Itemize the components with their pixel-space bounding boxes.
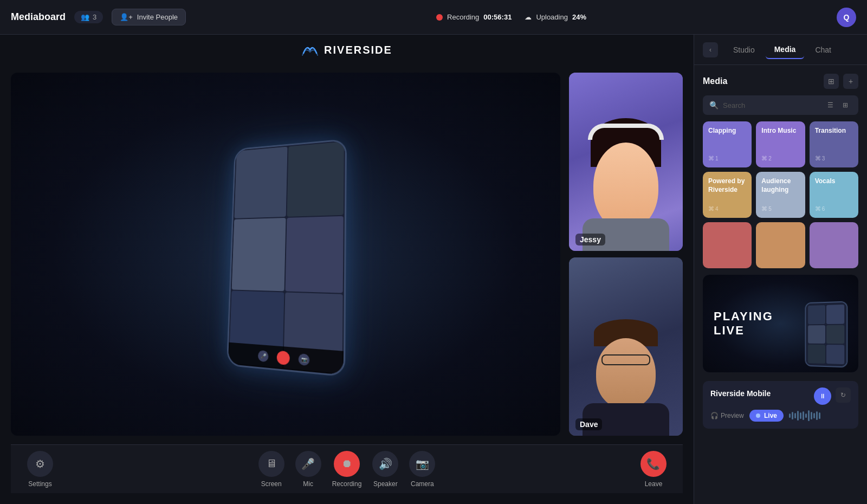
playing-live-text: PLAYINGLIVE bbox=[714, 309, 773, 338]
screen-icon: 🖥 bbox=[258, 451, 284, 477]
settings-button[interactable]: ⚙ Settings bbox=[27, 451, 53, 488]
speaker-label: Speaker bbox=[373, 480, 398, 488]
playing-live-phone bbox=[805, 301, 847, 368]
mic-button[interactable]: 🎤 Mic bbox=[295, 451, 321, 488]
phone-cell bbox=[287, 141, 344, 217]
participant-card-dave: Dave bbox=[569, 257, 683, 436]
riverside-logo: RIVERSIDE bbox=[301, 42, 392, 57]
uploading-percentage: 24% bbox=[572, 13, 586, 21]
leave-button[interactable]: 📞 Leave bbox=[640, 451, 667, 488]
audience-shortcut: ⌘5 bbox=[761, 205, 799, 212]
media-card-transition[interactable]: Transition ⌘3 bbox=[810, 121, 858, 167]
toolbar-left: ⚙ Settings bbox=[27, 451, 53, 488]
recording-button[interactable]: ⏺ Recording bbox=[332, 451, 362, 488]
audience-label: Audience laughing bbox=[761, 177, 799, 194]
media-view-buttons: ☰ ⊞ bbox=[824, 99, 852, 112]
sidebar-content: Media ⊞ + 🔍 ☰ ⊞ Clapping bbox=[694, 65, 867, 504]
phone-screen bbox=[228, 140, 345, 375]
waveform-bar bbox=[816, 411, 818, 420]
upload-indicator: ☁ Uploading 24% bbox=[525, 13, 586, 21]
pause-button[interactable]: ⏸ bbox=[814, 387, 831, 405]
participants-count: 3 bbox=[93, 13, 96, 21]
live-badge[interactable]: Live bbox=[749, 410, 784, 422]
jessy-head bbox=[593, 143, 658, 229]
grid-view-btn[interactable]: ⊞ bbox=[839, 99, 852, 112]
main-layout: RIVERSIDE bbox=[0, 35, 867, 504]
topbar: Mediaboard 👥 3 👤+ Invite People Recordin… bbox=[0, 0, 867, 35]
dave-label: Dave bbox=[575, 418, 602, 430]
riverside-logo-text: RIVERSIDE bbox=[324, 44, 392, 56]
media-title: Media bbox=[703, 76, 727, 86]
media-layout-btn[interactable]: ⊞ bbox=[824, 74, 839, 89]
waveform-bar bbox=[800, 412, 801, 419]
speaker-button[interactable]: 🔊 Speaker bbox=[372, 451, 398, 488]
transition-shortcut: ⌘3 bbox=[815, 155, 853, 162]
phone-cell bbox=[232, 218, 286, 291]
camera-button[interactable]: 📷 Camera bbox=[409, 451, 435, 488]
preview-label: Preview bbox=[721, 412, 744, 419]
tab-studio[interactable]: Studio bbox=[724, 41, 764, 59]
screen-button[interactable]: 🖥 Screen bbox=[258, 451, 284, 488]
sidebar-tabs: ‹ Studio Media Chat bbox=[694, 35, 867, 65]
playing-live-bg: PLAYINGLIVE bbox=[703, 275, 858, 372]
playing-live-panel: PLAYINGLIVE bbox=[703, 275, 858, 372]
phone-cell bbox=[285, 216, 343, 293]
media-card-row4-c[interactable] bbox=[810, 222, 858, 268]
live-label: Live bbox=[764, 412, 777, 419]
content-columns: 🎤 📷 Jessy bbox=[11, 73, 683, 436]
user-avatar[interactable]: Q bbox=[837, 8, 856, 27]
media-card-powered-by-riverside[interactable]: Powered by Riverside ⌘4 bbox=[703, 172, 752, 218]
preview-button[interactable]: 🎧 Preview bbox=[710, 412, 744, 419]
media-player-controls: 🎧 Preview Live bbox=[710, 409, 851, 422]
recording-icon: ⏺ bbox=[334, 451, 360, 477]
clapping-label: Clapping bbox=[708, 127, 746, 135]
recording-label: Recording bbox=[447, 13, 479, 21]
waveform-bar bbox=[808, 410, 810, 421]
tab-chat[interactable]: Chat bbox=[806, 41, 840, 59]
media-grid: Clapping ⌘1 Intro Music ⌘2 Transition ⌘3 bbox=[703, 121, 858, 268]
tab-chat-label: Chat bbox=[815, 46, 831, 54]
media-card-row4-b[interactable] bbox=[756, 222, 805, 268]
sidebar-collapse-button[interactable]: ‹ bbox=[703, 42, 718, 57]
tab-media-label: Media bbox=[774, 45, 796, 54]
waveform-bar bbox=[811, 412, 812, 419]
leave-icon: 📞 bbox=[640, 451, 667, 477]
waveform-bar bbox=[813, 413, 815, 418]
tab-media[interactable]: Media bbox=[766, 41, 805, 59]
recording-indicator: Recording 00:56:31 bbox=[436, 13, 512, 21]
upload-icon: ☁ bbox=[525, 13, 532, 21]
vocals-shortcut: ⌘6 bbox=[815, 205, 853, 212]
recording-time: 00:56:31 bbox=[483, 13, 512, 21]
invite-people-button[interactable]: 👤+ Invite People bbox=[112, 9, 186, 25]
uploading-label: Uploading bbox=[536, 13, 568, 21]
media-card-intro-music[interactable]: Intro Music ⌘2 bbox=[756, 121, 805, 167]
waveform-bar bbox=[792, 412, 793, 419]
invite-label: Invite People bbox=[137, 13, 178, 21]
dave-photo bbox=[569, 257, 683, 436]
media-player-bottom: Riverside Mobile ⏸ ↻ 🎧 Preview Live bbox=[703, 381, 858, 429]
repeat-button[interactable]: ↻ bbox=[836, 387, 851, 403]
participant-card-jessy: Jessy bbox=[569, 73, 683, 251]
participants-icon: 👥 bbox=[81, 13, 89, 21]
dave-head bbox=[596, 338, 656, 409]
intro-label: Intro Music bbox=[761, 127, 799, 135]
media-card-row4-a[interactable] bbox=[703, 222, 752, 268]
toolbar-right: 📞 Leave bbox=[640, 451, 667, 488]
transition-label: Transition bbox=[815, 127, 853, 135]
search-input[interactable] bbox=[723, 101, 819, 109]
speaker-icon: 🔊 bbox=[372, 451, 398, 477]
media-card-vocals[interactable]: Vocals ⌘6 bbox=[810, 172, 858, 218]
phone-outer: 🎤 📷 bbox=[227, 139, 347, 377]
media-card-audience-laughing[interactable]: Audience laughing ⌘5 bbox=[756, 172, 805, 218]
jessy-label: Jessy bbox=[575, 234, 605, 245]
media-card-clapping[interactable]: Clapping ⌘1 bbox=[703, 121, 752, 167]
media-add-btn[interactable]: + bbox=[843, 74, 858, 89]
media-header: Media ⊞ + bbox=[703, 74, 858, 89]
dave-glasses bbox=[601, 354, 650, 365]
toolbar: ⚙ Settings 🖥 Screen 🎤 Mic ⏺ Recording bbox=[11, 444, 683, 493]
phone-cell bbox=[234, 147, 287, 219]
waveform-bar bbox=[805, 413, 807, 418]
mic-label: Mic bbox=[303, 480, 313, 488]
list-view-btn[interactable]: ☰ bbox=[824, 99, 837, 112]
topbar-center: Recording 00:56:31 ☁ Uploading 24% bbox=[436, 13, 586, 21]
